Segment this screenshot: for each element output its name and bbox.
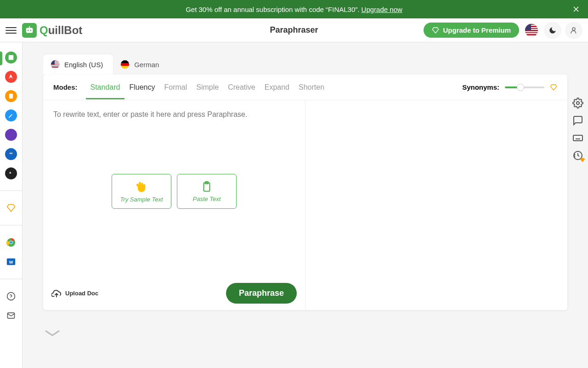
svg-point-12 (7, 293, 15, 300)
lang-tab-german[interactable]: German (113, 54, 169, 75)
diamond-icon (6, 203, 16, 213)
sidebar-grammar-checker[interactable] (5, 71, 17, 83)
close-icon (571, 5, 581, 14)
expand-down-button[interactable] (43, 328, 567, 338)
sidebar-contact[interactable] (5, 310, 17, 322)
logo-text: QuillBot (40, 24, 82, 37)
mode-tab-formal[interactable]: Formal (159, 76, 192, 99)
sidebar-chrome-extension[interactable] (5, 236, 17, 248)
mode-tab-expand[interactable]: Expand (260, 76, 294, 99)
mode-tab-shorten[interactable]: Shorten (294, 76, 329, 99)
sidebar-translator[interactable] (5, 167, 17, 179)
sidebar-help[interactable] (5, 290, 17, 302)
try-sample-button[interactable]: Try Sample Text (112, 174, 171, 209)
plagiarism-icon (8, 93, 14, 99)
help-icon (6, 292, 16, 301)
dark-mode-toggle[interactable] (544, 22, 561, 39)
feedback-button[interactable] (572, 115, 583, 126)
citation-icon (8, 151, 14, 157)
us-flag-icon (525, 23, 538, 37)
sidebar: W (0, 42, 23, 368)
word-icon: W (6, 257, 16, 267)
sidebar-cowriter[interactable] (5, 109, 17, 121)
summarizer-icon (8, 132, 14, 138)
svg-rect-5 (9, 55, 14, 60)
hotkeys-button[interactable] (572, 132, 583, 144)
banner-close-button[interactable] (571, 5, 581, 14)
moon-icon (548, 26, 557, 34)
diamond-icon (550, 84, 557, 91)
mode-tab-standard[interactable]: Standard (86, 76, 125, 99)
synonyms-label: Synonyms: (462, 83, 499, 91)
gear-icon (572, 98, 583, 109)
sidebar-word-extension[interactable]: W (5, 256, 17, 268)
synonyms-slider[interactable] (505, 86, 544, 88)
wave-hand-icon (135, 180, 148, 193)
banner-upgrade-link[interactable]: Upgrade now (362, 6, 402, 13)
grammar-icon (8, 74, 14, 80)
logo-icon (22, 23, 37, 38)
chevron-down-icon (43, 328, 62, 338)
paraphrase-button[interactable]: Paraphrase (226, 283, 297, 304)
paste-text-button[interactable]: Paste Text (177, 174, 237, 209)
us-flag-icon (51, 60, 60, 69)
language-flag-button[interactable] (523, 22, 540, 39)
svg-point-4 (572, 28, 575, 30)
promo-banner: Get 30% off an annual subscription with … (0, 0, 588, 18)
menu-button[interactable] (6, 25, 17, 36)
account-button[interactable] (565, 22, 582, 39)
svg-rect-6 (9, 94, 13, 99)
logo[interactable]: QuillBot (22, 23, 82, 38)
upload-doc-button[interactable]: Upload Doc (51, 288, 98, 299)
mode-tab-simple[interactable]: Simple (192, 76, 223, 99)
settings-button[interactable] (572, 98, 583, 109)
input-placeholder: To rewrite text, enter or paste it here … (53, 110, 295, 119)
banner-text: Get 30% off an annual subscription with … (186, 6, 402, 13)
cloud-upload-icon (51, 288, 62, 299)
translate-icon (8, 170, 14, 177)
keyboard-icon (572, 132, 583, 144)
mode-tab-creative[interactable]: Creative (223, 76, 260, 99)
sidebar-summarizer[interactable] (5, 129, 17, 141)
diamond-icon (432, 27, 439, 34)
svg-rect-0 (26, 28, 33, 33)
de-flag-icon (120, 60, 130, 69)
chrome-icon (6, 237, 16, 247)
language-tabs: English (US) German (43, 54, 567, 75)
user-icon (570, 26, 578, 34)
sidebar-citation-generator[interactable] (5, 148, 17, 160)
main-content: English (US) German Modes: Standard Flue… (23, 42, 588, 368)
pen-icon (8, 112, 14, 119)
page-title: Paraphraser (270, 25, 318, 35)
svg-point-2 (30, 29, 31, 31)
paraphraser-icon (8, 54, 14, 61)
mail-icon (6, 311, 16, 320)
sidebar-plagiarism-checker[interactable] (5, 90, 17, 102)
svg-point-1 (28, 29, 29, 31)
sidebar-paraphraser[interactable] (5, 52, 17, 63)
modes-row: Modes: Standard Fluency Formal Simple Cr… (43, 75, 567, 100)
svg-rect-3 (29, 26, 30, 28)
lang-tab-english[interactable]: English (US) (43, 54, 113, 75)
svg-rect-15 (573, 135, 582, 141)
input-pane[interactable]: To rewrite text, enter or paste it here … (43, 100, 305, 310)
output-pane (305, 100, 567, 310)
upgrade-premium-button[interactable]: Upgrade to Premium (424, 23, 519, 38)
modes-label: Modes: (53, 83, 78, 91)
history-button[interactable] (572, 150, 583, 161)
mode-tab-fluency[interactable]: Fluency (124, 76, 159, 99)
svg-point-9 (10, 241, 12, 244)
right-rail (568, 98, 588, 161)
svg-point-14 (577, 102, 579, 104)
comment-icon (572, 115, 583, 126)
clipboard-icon (201, 181, 213, 193)
app-header: QuillBot Paraphraser Upgrade to Premium (0, 18, 588, 42)
sidebar-premium[interactable] (5, 202, 17, 214)
svg-text:W: W (9, 260, 13, 264)
diamond-icon (580, 157, 585, 163)
editor-card: Modes: Standard Fluency Formal Simple Cr… (43, 75, 567, 310)
